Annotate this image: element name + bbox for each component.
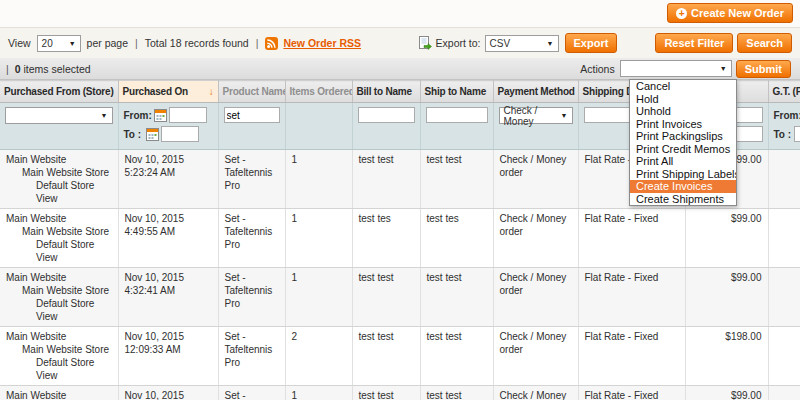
cell-purchased-on: Nov 10, 2015 4:32:41 AM [118,268,218,327]
filter-cell-product-name [218,103,285,150]
cell-store: Main WebsiteMain Website StoreDefault St… [0,150,118,209]
total-records-text: Total 18 records found [145,37,249,49]
purchased-on-from-input[interactable] [169,107,207,123]
filter-cell-bill-to [352,103,420,150]
cell-items-ordered: 1 [285,268,352,327]
column-header-product-name: Product Name [218,81,285,103]
massaction-divider: | [6,63,9,75]
cell-amount: $198.00 [685,327,768,386]
ship-to-name-filter-input[interactable] [426,107,488,123]
actions-dropdown-option[interactable]: Print All [630,155,736,168]
filter-cell-items-ordered [285,103,352,150]
chevron-down-icon: ▼ [69,40,76,47]
cell-product-name: Set - Tafeltennis Pro [218,386,285,400]
per-page-label: per page [87,37,128,49]
cell-product-name: Set - Tafeltennis Pro [218,327,285,386]
cell-grand-total [768,386,800,400]
orders-grid-page: { "header": { "create_new_order_button":… [0,0,800,400]
plus-icon: + [676,8,687,19]
cell-items-ordered: 1 [285,386,352,400]
cell-product-name: Set - Tafeltennis Pro [218,209,285,268]
page-header: + Create New Order [0,0,800,28]
selected-label: items selected [24,63,91,75]
cell-shipping-description: Flat Rate - Fixed [578,268,685,327]
cell-payment-method: Check / Money order [493,209,578,268]
cell-product-name: Set - Tafeltennis Pro [218,268,285,327]
cell-grand-total [768,150,800,209]
product-name-filter-input[interactable] [224,107,280,123]
chevron-down-icon: ▼ [547,40,554,47]
export-button[interactable]: Export [565,33,618,53]
new-order-rss-link[interactable]: New Order RSS [283,37,361,49]
actions-dropdown-option[interactable]: Create Invoices [630,180,736,193]
column-header-gt-purchased[interactable]: G.T. (Purchased) [768,81,800,103]
table-row[interactable]: Main WebsiteMain Website StoreDefault St… [0,327,800,386]
cell-ship-to-name: test test [420,327,493,386]
payment-method-filter-select[interactable]: Check / Money ▼ [499,107,573,124]
actions-dropdown-option[interactable]: Hold [630,93,736,106]
store-filter-select[interactable]: ▼ [5,107,113,124]
chevron-down-icon: ▼ [720,65,727,72]
table-row[interactable]: Main WebsiteMain Website StoreDefault St… [0,386,800,400]
cell-grand-total [768,209,800,268]
cell-bill-to-name: test test [352,268,420,327]
cell-store: Main WebsiteMain Website StoreDefault St… [0,327,118,386]
column-header-purchased-from[interactable]: Purchased From (Store) [0,81,118,103]
calendar-icon[interactable] [146,128,159,141]
view-label: View [8,37,31,49]
massaction-bar: | 0 items selected Actions ▼ Submit [0,58,800,80]
create-new-order-button[interactable]: + Create New Order [667,3,793,23]
cell-store: Main WebsiteMain Website StoreDefault St… [0,268,118,327]
cell-store: Main WebsiteMain Website StoreDefault St… [0,386,118,400]
cell-purchased-on: Nov 10, 2015 12:09:33 AM [118,327,218,386]
cell-grand-total [768,327,800,386]
table-row[interactable]: Main WebsiteMain Website StoreDefault St… [0,209,800,268]
view-per-page-select[interactable]: 20 ▼ [37,35,81,52]
cell-shipping-description: Flat Rate - Fixed [578,327,685,386]
cell-purchased-on: Nov 10, 2015 4:49:55 AM [118,209,218,268]
cell-bill-to-name: test test [352,150,420,209]
filter-cell-gt: From: To : [768,103,800,150]
calendar-icon[interactable] [154,109,167,122]
actions-select[interactable]: ▼ [620,60,732,77]
filter-cell-ship-to [420,103,493,150]
cell-ship-to-name: test test [420,386,493,400]
actions-dropdown-option[interactable]: Print Credit Memos [630,143,736,156]
cell-amount: $99.00 [685,209,768,268]
bill-to-name-filter-input[interactable] [358,107,415,123]
reset-filter-button[interactable]: Reset Filter [655,33,733,53]
cell-bill-to-name: test test [352,386,420,400]
cell-payment-method: Check / Money order [493,386,578,400]
cell-store: Main WebsiteMain Website StoreDefault St… [0,209,118,268]
search-button[interactable]: Search [737,33,792,53]
column-header-ship-to-name[interactable]: Ship to Name [420,81,493,103]
sort-desc-icon: ↓ [209,86,214,97]
submit-button[interactable]: Submit [736,60,791,78]
actions-label: Actions [580,63,614,75]
actions-dropdown-option[interactable]: Print Shipping Labels [630,168,736,181]
purchased-on-to-input[interactable] [161,126,199,142]
actions-dropdown-option[interactable]: Cancel [630,80,736,93]
actions-dropdown-option[interactable]: Print Invoices [630,118,736,131]
cell-purchased-on: Nov 10, 2015 12:06:32 AM [118,386,218,400]
cell-payment-method: Check / Money order [493,268,578,327]
cell-amount: $99.00 [685,268,768,327]
column-header-items-ordered: Items Ordered [285,81,352,103]
gt-to-input[interactable] [794,126,800,142]
actions-dropdown-option[interactable]: Create Shipments [630,193,736,206]
actions-dropdown-option[interactable]: Print Packingslips [630,130,736,143]
column-header-bill-to-name[interactable]: Bill to Name [352,81,420,103]
table-row[interactable]: Main WebsiteMain Website StoreDefault St… [0,268,800,327]
cell-product-name: Set - Tafeltennis Pro [218,150,285,209]
actions-dropdown-list: CancelHoldUnholdPrint InvoicesPrint Pack… [629,79,737,206]
actions-dropdown-option[interactable]: Unhold [630,105,736,118]
column-header-purchased-on[interactable]: ↓ Purchased On [118,81,218,103]
cell-items-ordered: 1 [285,150,352,209]
grid-toolbar: View 20 ▼ per page | Total 18 records fo… [0,28,800,58]
cell-payment-method: Check / Money order [493,150,578,209]
cell-payment-method: Check / Money order [493,327,578,386]
export-format-select[interactable]: CSV ▼ [485,35,559,52]
column-header-payment-method[interactable]: Payment Method [493,81,578,103]
cell-amount: $99.00 [685,386,768,400]
selected-count: 0 [15,63,21,75]
